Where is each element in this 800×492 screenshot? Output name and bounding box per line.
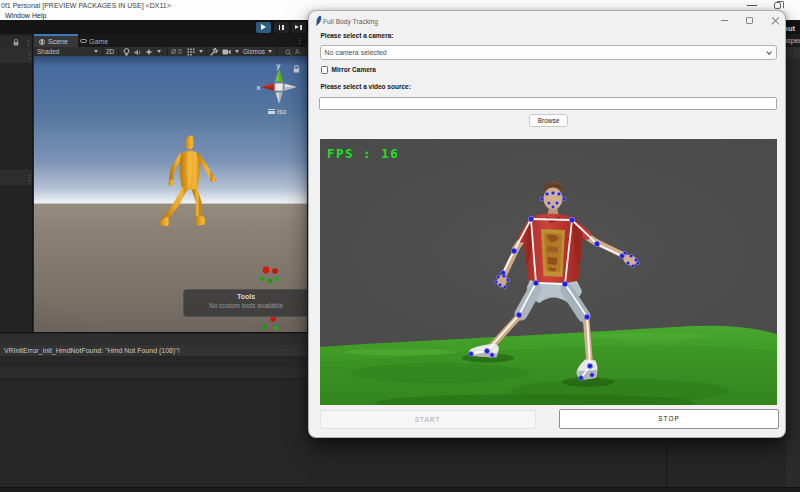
effects-caret-icon bbox=[154, 48, 161, 55]
scene-panel: Scene Game ⋮ Shaded 2D Ø0 Gizmos A bbox=[34, 34, 307, 332]
kebab-menu-icon[interactable]: ⋮ bbox=[26, 174, 33, 181]
pause-button[interactable] bbox=[274, 22, 289, 33]
fbt-maximize-icon[interactable] bbox=[746, 17, 753, 24]
shading-caret-icon bbox=[91, 48, 98, 55]
svg-text:y: y bbox=[277, 61, 281, 70]
stop-button[interactable]: STOP bbox=[559, 409, 779, 429]
right-panel-sliver: Layout Inspector bbox=[786, 20, 800, 487]
tab-scene[interactable]: Scene bbox=[34, 34, 78, 47]
kebab-menu-icon[interactable]: ⋮ bbox=[25, 39, 32, 46]
scene-tab-icon bbox=[39, 39, 45, 45]
play-button[interactable] bbox=[256, 22, 271, 33]
svg-text:x: x bbox=[257, 83, 261, 92]
status-bar bbox=[0, 487, 800, 492]
kebab-menu-icon[interactable]: ⋮ bbox=[26, 52, 33, 59]
lighting-toggle-icon[interactable] bbox=[123, 48, 130, 56]
grid-caret-icon bbox=[196, 48, 203, 55]
fbt-close-icon[interactable] bbox=[771, 17, 779, 25]
search-text[interactable]: A bbox=[295, 48, 299, 55]
panel-divider bbox=[666, 443, 667, 487]
scene-view-toolbar: Shaded 2D Ø0 Gizmos A bbox=[34, 47, 307, 56]
tab-scene-label: Scene bbox=[48, 38, 68, 45]
audio-toggle-icon[interactable] bbox=[134, 49, 142, 56]
camera-caret-icon bbox=[232, 48, 239, 55]
scene-viewport[interactable]: y x Iso Tools No cus bbox=[34, 56, 307, 332]
2d-toggle[interactable]: 2D bbox=[106, 48, 114, 55]
left-panel-sliver: ⋮ ⋮ ⋮ bbox=[0, 34, 33, 332]
fps-counter: FPS : 16 bbox=[327, 146, 399, 161]
tools-overlay-message: No custom tools available bbox=[184, 302, 307, 309]
menu-help[interactable]: Help bbox=[32, 12, 46, 19]
mirror-camera-label: Mirror Camera bbox=[332, 66, 376, 73]
menu-window[interactable]: Window bbox=[5, 12, 30, 19]
start-button[interactable]: START bbox=[320, 410, 536, 429]
effects-toggle-icon[interactable] bbox=[145, 48, 153, 56]
grid-toggle-icon[interactable] bbox=[187, 48, 195, 56]
inspector-tabstrip: Inspector bbox=[786, 34, 800, 47]
mirror-camera-checkbox[interactable] bbox=[321, 66, 329, 74]
tools-overlay: Tools No custom tools available bbox=[183, 289, 307, 317]
lock-icon[interactable] bbox=[13, 39, 19, 46]
console-row bbox=[0, 356, 307, 367]
kebab-menu-icon[interactable]: ⋮ bbox=[296, 37, 303, 44]
console-row bbox=[0, 334, 307, 345]
gizmo-lock-icon[interactable] bbox=[293, 65, 300, 73]
unity-minimize-icon[interactable] bbox=[747, 5, 757, 6]
game-tab-icon bbox=[80, 39, 87, 43]
video-source-label: Please select a video source: bbox=[321, 83, 411, 90]
scene-tabbar: Scene Game ⋮ bbox=[34, 34, 307, 47]
unity-restore-icon[interactable] bbox=[774, 2, 781, 9]
iso-icon bbox=[268, 109, 275, 114]
fbt-minimize-icon[interactable] bbox=[721, 20, 728, 21]
inspector-header-band bbox=[786, 47, 800, 58]
fbt-window-title: Full Body Tracking bbox=[323, 18, 378, 25]
console-panel: VRInitError_Init_HmdNotFound: "Hmd Not F… bbox=[0, 332, 307, 380]
gizmos-dropdown[interactable]: Gizmos bbox=[243, 48, 272, 55]
video-feed: FPS : 16 bbox=[320, 139, 777, 405]
console-row bbox=[0, 367, 307, 378]
hidden-objects-icon[interactable]: Ø0 bbox=[171, 48, 182, 55]
tab-game[interactable]: Game bbox=[79, 34, 113, 47]
tracked-person bbox=[320, 139, 777, 405]
bottom-panel-area bbox=[307, 443, 800, 487]
right-toolbar-sliver: Layout bbox=[786, 20, 800, 34]
camera-select[interactable]: No camera selected bbox=[320, 45, 777, 60]
unity-window-title: 0f1 Personal [PREVIEW PACKAGES IN USE] <… bbox=[1, 2, 171, 9]
tools-icon[interactable] bbox=[210, 48, 218, 56]
gold-avatar bbox=[156, 135, 222, 229]
video-source-input[interactable] bbox=[319, 97, 777, 111]
step-button[interactable] bbox=[291, 22, 306, 33]
console-log-entry[interactable]: VRInitError_Init_HmdNotFound: "Hmd Not F… bbox=[4, 347, 180, 354]
step-bar-icon bbox=[300, 25, 302, 31]
browse-button[interactable]: Browse bbox=[529, 114, 568, 127]
search-icon[interactable] bbox=[285, 49, 292, 56]
chevron-down-icon bbox=[767, 50, 772, 55]
camera-select-label: Please select a camera: bbox=[321, 32, 394, 39]
camera-settings-icon[interactable] bbox=[222, 49, 231, 55]
tab-game-label: Game bbox=[89, 38, 108, 45]
projection-toggle[interactable]: Iso bbox=[268, 108, 286, 115]
shading-mode-dropdown[interactable]: Shaded bbox=[37, 48, 59, 55]
step-icon bbox=[295, 25, 299, 29]
camera-select-value: No camera selected bbox=[325, 49, 387, 56]
app-feather-icon bbox=[315, 15, 322, 26]
tools-overlay-title: Tools bbox=[184, 293, 307, 300]
fbt-window: Full Body Tracking Please select a camer… bbox=[308, 10, 786, 438]
play-icon bbox=[261, 24, 266, 30]
